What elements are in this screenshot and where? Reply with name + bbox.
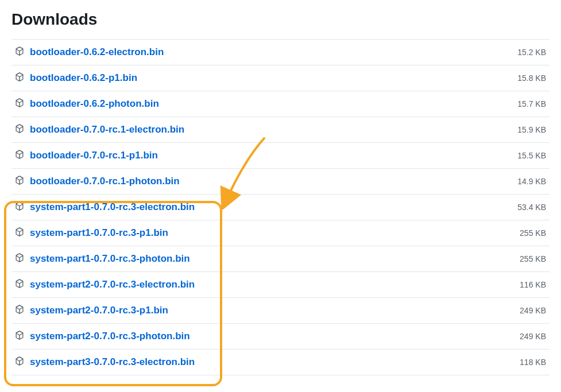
download-row: system-part1-0.7.0-rc.3-photon.bin255 KB	[11, 246, 550, 272]
download-filename-link[interactable]: bootloader-0.7.0-rc.1-photon.bin	[30, 176, 180, 187]
download-filename-link[interactable]: system-part3-0.7.0-rc.3-electron.bin	[30, 356, 195, 368]
download-size: 53.4 KB	[517, 203, 546, 212]
download-size: 15.9 KB	[517, 125, 546, 134]
download-filename-link[interactable]: system-part2-0.7.0-rc.3-p1.bin	[30, 305, 168, 316]
download-filename-link[interactable]: system-part1-0.7.0-rc.3-electron.bin	[30, 201, 195, 213]
download-row: bootloader-0.7.0-rc.1-electron.bin15.9 K…	[11, 117, 550, 143]
download-row: bootloader-0.6.2-photon.bin15.7 KB	[11, 91, 550, 117]
page-title: Downloads	[11, 10, 550, 29]
package-icon	[15, 201, 24, 213]
download-row: system-part2-0.7.0-rc.3-p1.bin249 KB	[11, 298, 550, 324]
download-filename-link[interactable]: system-part1-0.7.0-rc.3-p1.bin	[30, 227, 168, 239]
download-row: system-part2-0.7.0-rc.3-photon.bin249 KB	[11, 324, 550, 350]
download-size: 116 KB	[520, 280, 546, 289]
package-icon	[15, 98, 24, 110]
download-filename-link[interactable]: system-part2-0.7.0-rc.3-photon.bin	[30, 331, 190, 342]
download-filename-link[interactable]: bootloader-0.6.2-photon.bin	[30, 98, 159, 110]
package-icon	[15, 253, 24, 265]
download-row: system-part2-0.7.0-rc.3-electron.bin116 …	[11, 272, 550, 298]
package-icon	[15, 176, 24, 187]
download-size: 15.5 KB	[517, 151, 546, 160]
package-icon	[15, 305, 24, 316]
download-row: system-part3-0.7.0-rc.3-electron.bin118 …	[11, 350, 550, 375]
download-row: system-part1-0.7.0-rc.3-p1.bin255 KB	[11, 220, 550, 246]
download-filename-link[interactable]: bootloader-0.6.2-p1.bin	[30, 72, 137, 84]
download-row: bootloader-0.6.2-p1.bin15.8 KB	[11, 65, 550, 91]
download-row: system-part1-0.7.0-rc.3-electron.bin53.4…	[11, 195, 550, 220]
package-icon	[15, 227, 24, 239]
download-filename-link[interactable]: bootloader-0.7.0-rc.1-electron.bin	[30, 124, 184, 135]
download-filename-link[interactable]: bootloader-0.7.0-rc.1-p1.bin	[30, 150, 158, 161]
download-row: bootloader-0.6.2-electron.bin15.2 KB	[11, 40, 550, 65]
package-icon	[15, 331, 24, 342]
download-size: 15.8 KB	[517, 73, 546, 83]
package-icon	[15, 150, 24, 161]
download-size: 15.7 KB	[517, 99, 546, 108]
download-size: 249 KB	[520, 306, 546, 315]
package-icon	[15, 356, 24, 368]
download-filename-link[interactable]: system-part1-0.7.0-rc.3-photon.bin	[30, 253, 190, 265]
package-icon	[15, 46, 24, 58]
package-icon	[15, 279, 24, 290]
download-list: bootloader-0.6.2-electron.bin15.2 KBboot…	[11, 39, 550, 375]
package-icon	[15, 124, 24, 135]
download-filename-link[interactable]: system-part2-0.7.0-rc.3-electron.bin	[30, 279, 195, 290]
download-size: 14.9 KB	[517, 177, 546, 186]
download-size: 255 KB	[520, 228, 546, 238]
package-icon	[15, 72, 24, 84]
download-size: 118 KB	[520, 358, 546, 367]
download-row: bootloader-0.7.0-rc.1-photon.bin14.9 KB	[11, 169, 550, 195]
download-row: bootloader-0.7.0-rc.1-p1.bin15.5 KB	[11, 143, 550, 169]
download-filename-link[interactable]: bootloader-0.6.2-electron.bin	[30, 46, 164, 58]
download-size: 249 KB	[520, 332, 546, 341]
download-size: 255 KB	[520, 254, 546, 263]
download-size: 15.2 KB	[517, 48, 546, 57]
